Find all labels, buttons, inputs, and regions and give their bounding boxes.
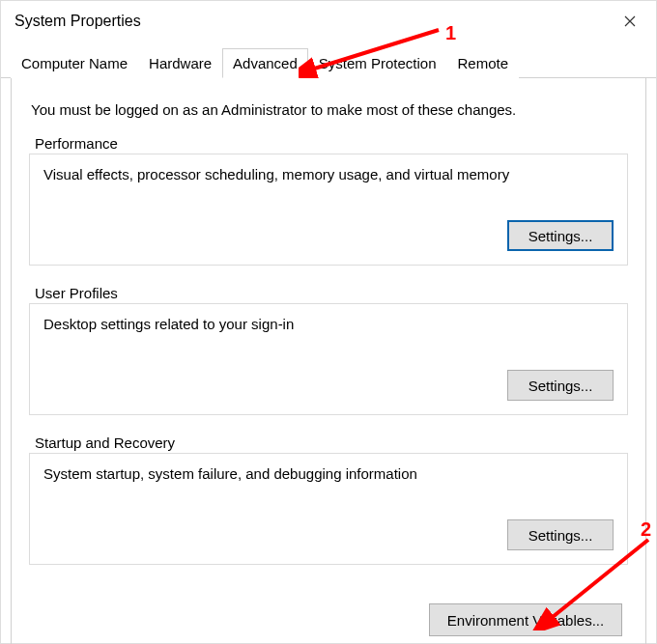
system-properties-window: System Properties Computer Name Hardware… xyxy=(0,0,657,644)
admin-notice: You must be logged on as an Administrato… xyxy=(31,101,628,118)
performance-box: Visual effects, processor scheduling, me… xyxy=(29,154,628,266)
tabs-row: Computer Name Hardware Advanced System P… xyxy=(1,40,656,78)
performance-settings-button[interactable]: Settings... xyxy=(507,220,614,251)
startup-recovery-box: System startup, system failure, and debu… xyxy=(29,453,628,565)
startup-recovery-group: Startup and Recovery System startup, sys… xyxy=(29,434,628,565)
tab-panel-advanced: You must be logged on as an Administrato… xyxy=(11,78,646,644)
tab-system-protection[interactable]: System Protection xyxy=(308,48,447,78)
user-profiles-settings-button[interactable]: Settings... xyxy=(507,370,614,401)
user-profiles-box: Desktop settings related to your sign-in… xyxy=(29,303,628,415)
user-profiles-title: User Profiles xyxy=(35,285,628,301)
startup-recovery-desc: System startup, system failure, and debu… xyxy=(43,465,614,482)
tab-remote[interactable]: Remote xyxy=(447,48,520,78)
tab-computer-name[interactable]: Computer Name xyxy=(11,48,138,78)
environment-variables-button[interactable]: Environment Variables... xyxy=(429,603,622,636)
startup-recovery-settings-button[interactable]: Settings... xyxy=(507,519,614,550)
tab-advanced[interactable]: Advanced xyxy=(222,48,308,78)
performance-title: Performance xyxy=(35,135,628,152)
close-button[interactable] xyxy=(617,9,643,34)
close-icon xyxy=(624,15,636,27)
titlebar: System Properties xyxy=(1,1,656,40)
user-profiles-group: User Profiles Desktop settings related t… xyxy=(29,285,628,415)
performance-desc: Visual effects, processor scheduling, me… xyxy=(43,166,614,182)
window-title: System Properties xyxy=(14,13,141,30)
user-profiles-desc: Desktop settings related to your sign-in xyxy=(43,316,614,332)
performance-group: Performance Visual effects, processor sc… xyxy=(29,135,628,266)
env-vars-row: Environment Variables... xyxy=(29,584,628,636)
tab-hardware[interactable]: Hardware xyxy=(138,48,222,78)
startup-recovery-title: Startup and Recovery xyxy=(35,434,628,451)
